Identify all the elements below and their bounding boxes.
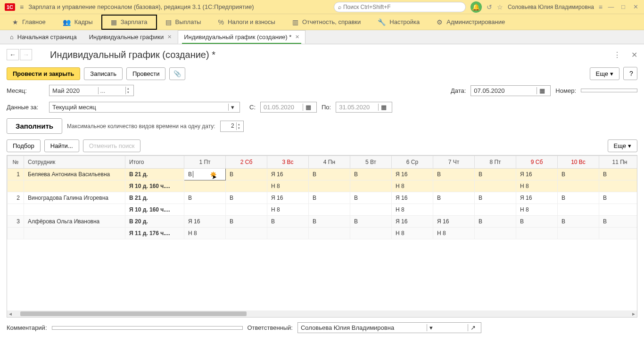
- post-button[interactable]: Провести: [126, 67, 166, 80]
- table-cell[interactable]: Виноградова Галина Игоревна: [24, 192, 125, 204]
- maximize-icon[interactable]: □: [619, 3, 627, 10]
- table-cell[interactable]: [8, 228, 24, 239]
- history-icon[interactable]: ↺: [487, 3, 492, 11]
- table-cell[interactable]: В 21 д.: [125, 169, 184, 180]
- table-cell[interactable]: [24, 228, 125, 239]
- fill-button[interactable]: Заполнить: [7, 118, 62, 134]
- table-cell[interactable]: [309, 228, 350, 239]
- table-cell[interactable]: Н 8: [392, 204, 433, 216]
- menu-icon[interactable]: ≡: [20, 3, 24, 11]
- table-cell[interactable]: В: [558, 192, 599, 204]
- chevron-down-icon[interactable]: ▾: [228, 104, 237, 111]
- table-cell[interactable]: Я 16: [516, 169, 558, 180]
- horizontal-scrollbar[interactable]: ◂ ▸: [7, 310, 637, 317]
- table-cell[interactable]: В: [599, 169, 638, 180]
- table-cell[interactable]: [267, 228, 309, 239]
- table-cell[interactable]: [226, 228, 267, 239]
- table-cell[interactable]: [516, 228, 558, 239]
- global-search[interactable]: ⌕: [334, 2, 466, 12]
- to-date-field[interactable]: 31.05.2020 ▦: [336, 102, 392, 113]
- down-icon[interactable]: ▾: [126, 90, 131, 94]
- cancel-search-button[interactable]: Отменить поиск: [83, 139, 141, 152]
- table-cell[interactable]: Н 8: [433, 228, 475, 239]
- col-d3[interactable]: 3 Вс: [267, 156, 309, 169]
- table-cell[interactable]: 2: [8, 192, 24, 204]
- table-cell[interactable]: В: [475, 216, 516, 228]
- table-cell[interactable]: [475, 228, 516, 239]
- tab-create[interactable]: Индивидуальный график (создание) *✕: [178, 30, 305, 44]
- from-date-field[interactable]: 01.05.2020 ▦: [260, 102, 317, 113]
- help-button[interactable]: ?: [623, 67, 637, 80]
- scroll-thumb[interactable]: [20, 311, 247, 316]
- table-cell[interactable]: Н 8: [392, 228, 433, 239]
- table-cell[interactable]: [475, 180, 516, 192]
- col-d4[interactable]: 4 Пн: [309, 156, 350, 169]
- table-cell[interactable]: [184, 204, 226, 216]
- table-cell[interactable]: [24, 204, 125, 216]
- table-cell[interactable]: [433, 204, 475, 216]
- col-d6[interactable]: 6 Ср: [392, 156, 433, 169]
- table-cell[interactable]: В 21 д.: [125, 192, 184, 204]
- table-cell[interactable]: В: [184, 192, 226, 204]
- bell-icon[interactable]: 🔔: [471, 1, 482, 13]
- chevron-down-icon[interactable]: ▾: [427, 324, 435, 331]
- star-icon[interactable]: ☆: [497, 3, 503, 11]
- date-field[interactable]: 07.05.2020 ▦: [471, 85, 551, 96]
- table-cell[interactable]: В: [350, 216, 392, 228]
- tab-start[interactable]: ⌂Начальная страница: [4, 30, 83, 44]
- table-cell[interactable]: [8, 204, 24, 216]
- table-cell[interactable]: В: [475, 169, 516, 180]
- nav-admin[interactable]: ⚙Администрирование: [428, 16, 513, 29]
- close-icon[interactable]: ✕: [632, 3, 639, 10]
- table-cell[interactable]: Н 8: [184, 228, 226, 239]
- table-row[interactable]: Я 10 д. 160 ч....Н 8Н 8Н 8: [8, 204, 638, 216]
- table-cell[interactable]: Я 16: [392, 192, 433, 204]
- nav-main[interactable]: ★Главное: [4, 16, 54, 29]
- table-cell[interactable]: В: [309, 216, 350, 228]
- table-cell[interactable]: [226, 204, 267, 216]
- table-cell[interactable]: В: [309, 169, 350, 180]
- table-cell[interactable]: [350, 180, 392, 192]
- table-cell[interactable]: Я 16: [267, 192, 309, 204]
- nav-kadry[interactable]: 👥Кадры: [54, 16, 101, 29]
- nav-otchetnost[interactable]: ▥Отчетность, справки: [284, 16, 369, 29]
- filter-icon[interactable]: ≡: [599, 3, 603, 11]
- schedule-table[interactable]: № Сотрудник Итого 1 Пт 2 Сб 3 Вс 4 Пн 5 …: [7, 155, 637, 239]
- col-d9[interactable]: 9 Сб: [516, 156, 558, 169]
- table-cell[interactable]: [350, 204, 392, 216]
- data-for-field[interactable]: Текущий месяц ▾: [49, 102, 240, 113]
- table-cell[interactable]: [475, 204, 516, 216]
- number-field[interactable]: [581, 89, 637, 92]
- tab-close-icon[interactable]: ✕: [295, 34, 299, 40]
- max-types-field[interactable]: 2 ▴▾: [220, 121, 244, 132]
- comment-field[interactable]: [52, 326, 243, 330]
- table-cell[interactable]: Н 8: [267, 204, 309, 216]
- table-row[interactable]: 3Алфёрова Ольга ИвановнаВ 20 д.Я 16ВВВВЯ…: [8, 216, 638, 228]
- table-cell[interactable]: В: [475, 192, 516, 204]
- col-num[interactable]: №: [8, 156, 24, 169]
- table-cell[interactable]: 1: [8, 169, 24, 180]
- nav-vyplaty[interactable]: ▤Выплаты: [157, 16, 210, 29]
- attach-button[interactable]: 📎: [169, 67, 185, 80]
- table-cell[interactable]: В: [599, 216, 638, 228]
- col-employee[interactable]: Сотрудник: [24, 156, 125, 169]
- table-cell[interactable]: [350, 228, 392, 239]
- table-cell[interactable]: [558, 228, 599, 239]
- table-cell[interactable]: В 20 д.: [125, 216, 184, 228]
- table-row[interactable]: 2Виноградова Галина ИгоревнаВ 21 д.ВВЯ 1…: [8, 192, 638, 204]
- table-cell[interactable]: [599, 228, 638, 239]
- nav-nalogi[interactable]: %Налоги и взносы: [209, 16, 284, 29]
- table-cell[interactable]: Я 10 д. 160 ч....: [125, 204, 184, 216]
- nav-zarplata[interactable]: ▦Зарплата: [101, 15, 157, 30]
- table-cell[interactable]: В: [558, 169, 599, 180]
- table-cell[interactable]: В: [350, 169, 392, 180]
- table-cell[interactable]: В: [433, 192, 475, 204]
- table-cell[interactable]: В: [433, 169, 475, 180]
- calendar-icon[interactable]: ▦: [537, 87, 547, 94]
- table-cell[interactable]: Я 16: [433, 216, 475, 228]
- table-cell[interactable]: Я 11 д. 176 ч....: [125, 228, 184, 239]
- write-button[interactable]: Записать: [84, 67, 123, 80]
- col-total[interactable]: Итого: [125, 156, 184, 169]
- table-cell[interactable]: [8, 180, 24, 192]
- forward-button[interactable]: →: [20, 49, 32, 60]
